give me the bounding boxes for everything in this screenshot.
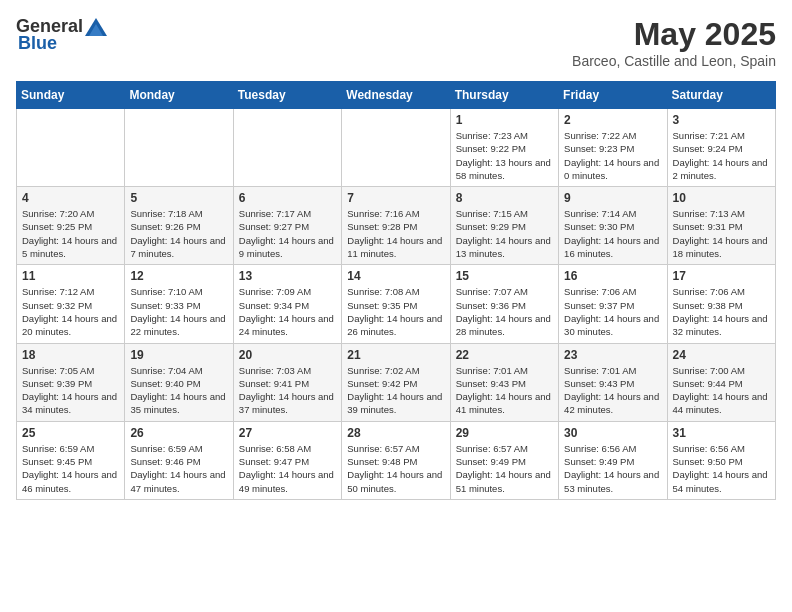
title-block: May 2025 Barceo, Castille and Leon, Spai… — [572, 16, 776, 69]
day-number: 28 — [347, 426, 444, 440]
day-info: Sunrise: 7:15 AM Sunset: 9:29 PM Dayligh… — [456, 207, 553, 260]
calendar-cell — [233, 109, 341, 187]
day-number: 12 — [130, 269, 227, 283]
day-info: Sunrise: 6:59 AM Sunset: 9:46 PM Dayligh… — [130, 442, 227, 495]
day-number: 8 — [456, 191, 553, 205]
weekday-header: Monday — [125, 82, 233, 109]
day-number: 27 — [239, 426, 336, 440]
weekday-header: Thursday — [450, 82, 558, 109]
calendar-cell — [125, 109, 233, 187]
day-info: Sunrise: 6:57 AM Sunset: 9:49 PM Dayligh… — [456, 442, 553, 495]
calendar-cell — [17, 109, 125, 187]
weekday-header: Wednesday — [342, 82, 450, 109]
day-number: 6 — [239, 191, 336, 205]
day-number: 7 — [347, 191, 444, 205]
calendar-week-row: 1Sunrise: 7:23 AM Sunset: 9:22 PM Daylig… — [17, 109, 776, 187]
day-info: Sunrise: 7:04 AM Sunset: 9:40 PM Dayligh… — [130, 364, 227, 417]
weekday-header: Saturday — [667, 82, 775, 109]
location-subtitle: Barceo, Castille and Leon, Spain — [572, 53, 776, 69]
day-info: Sunrise: 7:05 AM Sunset: 9:39 PM Dayligh… — [22, 364, 119, 417]
day-info: Sunrise: 7:10 AM Sunset: 9:33 PM Dayligh… — [130, 285, 227, 338]
calendar-cell: 9Sunrise: 7:14 AM Sunset: 9:30 PM Daylig… — [559, 187, 667, 265]
calendar-week-row: 25Sunrise: 6:59 AM Sunset: 9:45 PM Dayli… — [17, 421, 776, 499]
calendar-cell: 14Sunrise: 7:08 AM Sunset: 9:35 PM Dayli… — [342, 265, 450, 343]
day-number: 30 — [564, 426, 661, 440]
calendar-cell: 28Sunrise: 6:57 AM Sunset: 9:48 PM Dayli… — [342, 421, 450, 499]
day-info: Sunrise: 7:00 AM Sunset: 9:44 PM Dayligh… — [673, 364, 770, 417]
day-number: 11 — [22, 269, 119, 283]
day-number: 24 — [673, 348, 770, 362]
logo-icon — [85, 18, 107, 36]
day-number: 14 — [347, 269, 444, 283]
calendar-cell: 26Sunrise: 6:59 AM Sunset: 9:46 PM Dayli… — [125, 421, 233, 499]
calendar-cell: 22Sunrise: 7:01 AM Sunset: 9:43 PM Dayli… — [450, 343, 558, 421]
day-info: Sunrise: 7:02 AM Sunset: 9:42 PM Dayligh… — [347, 364, 444, 417]
calendar-cell: 10Sunrise: 7:13 AM Sunset: 9:31 PM Dayli… — [667, 187, 775, 265]
calendar-cell: 27Sunrise: 6:58 AM Sunset: 9:47 PM Dayli… — [233, 421, 341, 499]
day-number: 2 — [564, 113, 661, 127]
day-info: Sunrise: 7:17 AM Sunset: 9:27 PM Dayligh… — [239, 207, 336, 260]
day-number: 22 — [456, 348, 553, 362]
weekday-header: Tuesday — [233, 82, 341, 109]
calendar-cell: 7Sunrise: 7:16 AM Sunset: 9:28 PM Daylig… — [342, 187, 450, 265]
page-header: General Blue May 2025 Barceo, Castille a… — [16, 16, 776, 69]
day-number: 13 — [239, 269, 336, 283]
day-info: Sunrise: 7:20 AM Sunset: 9:25 PM Dayligh… — [22, 207, 119, 260]
day-number: 20 — [239, 348, 336, 362]
calendar-cell — [342, 109, 450, 187]
calendar-cell: 15Sunrise: 7:07 AM Sunset: 9:36 PM Dayli… — [450, 265, 558, 343]
calendar-cell: 20Sunrise: 7:03 AM Sunset: 9:41 PM Dayli… — [233, 343, 341, 421]
day-number: 15 — [456, 269, 553, 283]
calendar-cell: 12Sunrise: 7:10 AM Sunset: 9:33 PM Dayli… — [125, 265, 233, 343]
day-info: Sunrise: 7:03 AM Sunset: 9:41 PM Dayligh… — [239, 364, 336, 417]
day-info: Sunrise: 6:56 AM Sunset: 9:50 PM Dayligh… — [673, 442, 770, 495]
day-number: 3 — [673, 113, 770, 127]
weekday-header: Sunday — [17, 82, 125, 109]
calendar-week-row: 18Sunrise: 7:05 AM Sunset: 9:39 PM Dayli… — [17, 343, 776, 421]
day-number: 21 — [347, 348, 444, 362]
day-info: Sunrise: 7:23 AM Sunset: 9:22 PM Dayligh… — [456, 129, 553, 182]
day-number: 29 — [456, 426, 553, 440]
day-info: Sunrise: 7:13 AM Sunset: 9:31 PM Dayligh… — [673, 207, 770, 260]
day-info: Sunrise: 7:01 AM Sunset: 9:43 PM Dayligh… — [564, 364, 661, 417]
month-year-title: May 2025 — [572, 16, 776, 53]
calendar-cell: 5Sunrise: 7:18 AM Sunset: 9:26 PM Daylig… — [125, 187, 233, 265]
day-info: Sunrise: 7:22 AM Sunset: 9:23 PM Dayligh… — [564, 129, 661, 182]
day-number: 23 — [564, 348, 661, 362]
day-info: Sunrise: 7:06 AM Sunset: 9:38 PM Dayligh… — [673, 285, 770, 338]
calendar-cell: 17Sunrise: 7:06 AM Sunset: 9:38 PM Dayli… — [667, 265, 775, 343]
day-number: 17 — [673, 269, 770, 283]
day-number: 18 — [22, 348, 119, 362]
day-info: Sunrise: 7:21 AM Sunset: 9:24 PM Dayligh… — [673, 129, 770, 182]
day-number: 1 — [456, 113, 553, 127]
calendar-table: SundayMondayTuesdayWednesdayThursdayFrid… — [16, 81, 776, 500]
day-number: 4 — [22, 191, 119, 205]
calendar-cell: 16Sunrise: 7:06 AM Sunset: 9:37 PM Dayli… — [559, 265, 667, 343]
day-info: Sunrise: 7:14 AM Sunset: 9:30 PM Dayligh… — [564, 207, 661, 260]
day-info: Sunrise: 6:58 AM Sunset: 9:47 PM Dayligh… — [239, 442, 336, 495]
day-number: 26 — [130, 426, 227, 440]
day-info: Sunrise: 7:06 AM Sunset: 9:37 PM Dayligh… — [564, 285, 661, 338]
day-info: Sunrise: 6:56 AM Sunset: 9:49 PM Dayligh… — [564, 442, 661, 495]
calendar-cell: 23Sunrise: 7:01 AM Sunset: 9:43 PM Dayli… — [559, 343, 667, 421]
calendar-cell: 8Sunrise: 7:15 AM Sunset: 9:29 PM Daylig… — [450, 187, 558, 265]
day-number: 10 — [673, 191, 770, 205]
calendar-cell: 11Sunrise: 7:12 AM Sunset: 9:32 PM Dayli… — [17, 265, 125, 343]
day-info: Sunrise: 7:18 AM Sunset: 9:26 PM Dayligh… — [130, 207, 227, 260]
day-number: 25 — [22, 426, 119, 440]
calendar-cell: 4Sunrise: 7:20 AM Sunset: 9:25 PM Daylig… — [17, 187, 125, 265]
day-info: Sunrise: 7:08 AM Sunset: 9:35 PM Dayligh… — [347, 285, 444, 338]
day-info: Sunrise: 7:09 AM Sunset: 9:34 PM Dayligh… — [239, 285, 336, 338]
day-number: 16 — [564, 269, 661, 283]
calendar-cell: 18Sunrise: 7:05 AM Sunset: 9:39 PM Dayli… — [17, 343, 125, 421]
logo: General Blue — [16, 16, 107, 54]
calendar-cell: 30Sunrise: 6:56 AM Sunset: 9:49 PM Dayli… — [559, 421, 667, 499]
calendar-cell: 25Sunrise: 6:59 AM Sunset: 9:45 PM Dayli… — [17, 421, 125, 499]
calendar-cell: 3Sunrise: 7:21 AM Sunset: 9:24 PM Daylig… — [667, 109, 775, 187]
calendar-cell: 1Sunrise: 7:23 AM Sunset: 9:22 PM Daylig… — [450, 109, 558, 187]
day-info: Sunrise: 7:12 AM Sunset: 9:32 PM Dayligh… — [22, 285, 119, 338]
day-info: Sunrise: 7:07 AM Sunset: 9:36 PM Dayligh… — [456, 285, 553, 338]
day-number: 9 — [564, 191, 661, 205]
day-info: Sunrise: 7:16 AM Sunset: 9:28 PM Dayligh… — [347, 207, 444, 260]
day-number: 19 — [130, 348, 227, 362]
